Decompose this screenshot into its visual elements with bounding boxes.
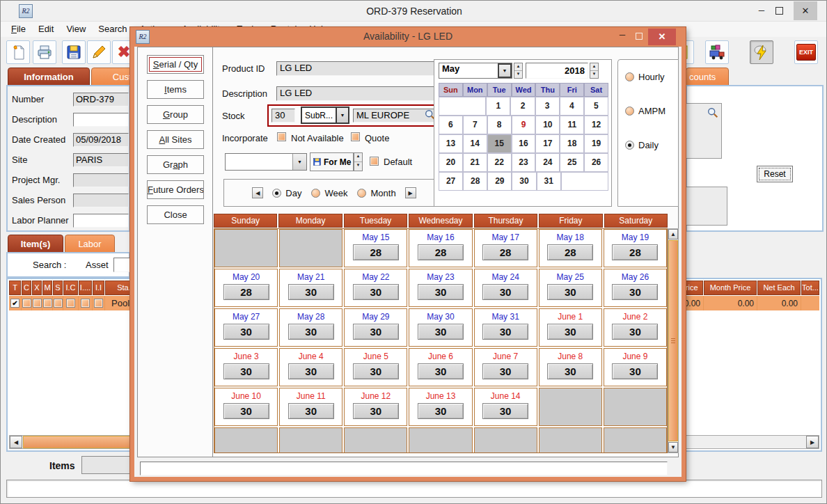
menu-item-view[interactable]: View [60, 22, 92, 37]
new-button[interactable] [6, 40, 30, 64]
mini-day-19[interactable]: 19 [584, 134, 608, 153]
month-spinner[interactable]: ▲▼ [514, 63, 523, 79]
availability-qty[interactable]: 30 [223, 403, 269, 419]
row-checkbox-x[interactable] [33, 299, 42, 308]
calendar-cell-may-15[interactable]: May 1528 [344, 229, 407, 267]
row-checkbox-i-i[interactable] [94, 299, 103, 308]
availability-qty[interactable]: 30 [482, 403, 528, 419]
field-site[interactable]: PARIS [73, 153, 129, 167]
availability-qty[interactable]: 30 [547, 284, 593, 300]
not-available-checkbox[interactable] [277, 132, 286, 141]
mini-day-13[interactable]: 13 [439, 134, 463, 153]
mini-day-26[interactable]: 26 [584, 153, 608, 172]
calendar-cell-may-21[interactable]: May 2130 [279, 269, 342, 307]
calendar-cell-june-14[interactable]: June 1430 [474, 388, 537, 426]
availability-qty[interactable]: 28 [612, 244, 658, 260]
exit-button[interactable]: EXIT [794, 40, 818, 64]
row-checkbox-c[interactable] [22, 299, 31, 308]
tab-discounts[interactable]: counts [686, 68, 729, 86]
column-header-x[interactable]: X [32, 281, 42, 295]
year-field[interactable]: 2018 [526, 63, 588, 79]
row-checkbox-i-c[interactable] [66, 299, 75, 308]
year-spinner[interactable]: ▲▼ [590, 63, 599, 79]
column-header-tot[interactable]: Tot... [801, 281, 819, 295]
reset-button[interactable]: Reset [757, 166, 793, 182]
availability-qty[interactable]: 30 [288, 284, 334, 300]
stock-type-dropdown[interactable]: SubR... ▼ [301, 107, 349, 124]
availability-qty[interactable]: 30 [353, 284, 399, 300]
availability-qty[interactable]: 30 [418, 324, 464, 340]
scroll-up-icon[interactable]: ▲ [668, 229, 678, 239]
column-header-i-i[interactable]: I.I [93, 281, 104, 295]
sidebar-button-items[interactable]: Items [147, 80, 204, 99]
calendar-cell-may-16[interactable]: May 1628 [409, 229, 472, 267]
calendar-cell-june-4[interactable]: June 430 [279, 348, 342, 386]
default-checkbox[interactable] [370, 157, 379, 166]
preset-dropdown[interactable]: ▼ [225, 153, 307, 171]
availability-qty[interactable]: 30 [223, 324, 269, 340]
description-field[interactable]: LG LED [276, 86, 443, 101]
availability-qty[interactable]: 28 [353, 244, 399, 260]
vscroll-thumb[interactable] [668, 240, 678, 441]
mini-day-9[interactable]: 9 [512, 116, 536, 134]
dialog-minimize-button[interactable]: – [616, 28, 629, 40]
column-header-m[interactable]: M [42, 281, 52, 295]
scroll-down-icon[interactable]: ▼ [668, 442, 678, 452]
availability-qty[interactable]: 30 [353, 403, 399, 419]
availability-qty[interactable]: 30 [288, 403, 334, 419]
granularity-option-hourly[interactable]: Hourly [625, 72, 678, 82]
availability-qty[interactable]: 30 [288, 363, 334, 379]
calendar-cell-june-6[interactable]: June 630 [409, 348, 472, 386]
availability-qty[interactable]: 30 [612, 324, 658, 340]
mini-day-20[interactable]: 20 [439, 153, 463, 172]
column-header-i[interactable]: I.... [79, 281, 92, 295]
sidebar-button-graph[interactable]: Graph [147, 155, 204, 174]
sidebar-button-future-orders[interactable]: Future Orders [147, 180, 204, 199]
availability-qty[interactable]: 30 [418, 284, 464, 300]
mini-day-7[interactable]: 7 [463, 116, 487, 134]
availability-qty[interactable]: 30 [223, 363, 269, 379]
menu-item-edit[interactable]: Edit [32, 22, 60, 37]
availability-qty[interactable]: 28 [418, 244, 464, 260]
availability-qty[interactable]: 28 [547, 244, 593, 260]
sidebar-button-group[interactable]: Group [147, 105, 204, 124]
period-option-day[interactable]: Day [272, 188, 301, 198]
mini-day-4[interactable]: 4 [560, 97, 584, 116]
granularity-option-daily[interactable]: Daily [625, 140, 678, 150]
mini-day-3[interactable]: 3 [535, 97, 560, 116]
mini-day-2[interactable]: 2 [510, 97, 535, 116]
availability-qty[interactable]: 28 [482, 244, 528, 260]
mini-day-15[interactable]: 15 [487, 134, 512, 153]
save-button[interactable] [62, 40, 86, 64]
availability-qty[interactable]: 30 [418, 403, 464, 419]
calendar-cell-may-19[interactable]: May 1928 [604, 229, 667, 267]
mini-day-17[interactable]: 17 [535, 134, 560, 153]
calendar-vscrollbar[interactable]: ▲ ▼ [668, 228, 679, 453]
calendar-cell-june-12[interactable]: June 1230 [344, 388, 407, 426]
mini-day-30[interactable]: 30 [512, 172, 536, 191]
calendar-cell-may-27[interactable]: May 2730 [214, 308, 278, 347]
print-button[interactable] [33, 40, 56, 64]
row-checkbox-m[interactable] [43, 299, 52, 308]
availability-qty[interactable]: 30 [482, 284, 528, 300]
mini-day-24[interactable]: 24 [535, 153, 560, 172]
field-description[interactable] [73, 113, 129, 127]
chevron-down-icon[interactable]: ▼ [336, 108, 348, 123]
availability-qty[interactable]: 30 [547, 363, 593, 379]
availability-qty[interactable]: 30 [482, 363, 528, 379]
mini-day-6[interactable]: 6 [439, 116, 463, 134]
row-checkbox-t[interactable]: ✔ [10, 299, 19, 308]
for-me-button[interactable]: For Me [310, 152, 354, 171]
close-button[interactable]: ✕ [794, 1, 817, 20]
availability-qty[interactable]: 30 [612, 363, 658, 379]
period-next-icon[interactable]: ▶ [405, 187, 416, 198]
calendar-cell-may-28[interactable]: May 2830 [279, 308, 342, 347]
field-project-mgr[interactable] [73, 173, 129, 187]
calendar-cell-may-24[interactable]: May 2430 [474, 269, 537, 307]
calendar-cell-may-30[interactable]: May 3030 [409, 308, 472, 347]
mini-day-29[interactable]: 29 [487, 172, 512, 191]
chevron-down-icon[interactable]: ▼ [498, 63, 512, 78]
stock-qty-field[interactable]: 30 [271, 109, 295, 123]
column-header-month-price[interactable]: Month Price [704, 281, 757, 295]
calendar-cell-june-5[interactable]: June 530 [344, 348, 407, 386]
